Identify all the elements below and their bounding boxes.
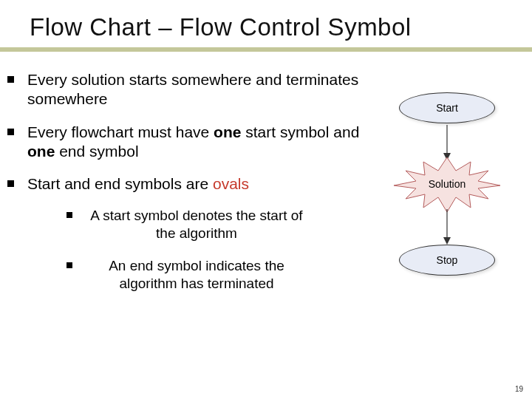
start-oval: Start [399, 92, 495, 123]
bullet-square-icon [66, 262, 72, 268]
flowchart-diagram: Start Solution Stop [392, 92, 502, 276]
sub-bullet-1: A start symbol denotes the start of the … [66, 207, 381, 242]
bullet-square-icon [7, 76, 14, 83]
bullet-2-mid: start symbol and [241, 123, 359, 140]
bullet-square-icon [7, 180, 14, 187]
solution-label: Solution [429, 178, 466, 190]
page-number: 19 [515, 385, 523, 393]
sub-bullet-list: A start symbol denotes the start of the … [66, 207, 381, 292]
solution-burst: Solution [395, 160, 499, 208]
arrow-down-icon [437, 208, 457, 245]
stop-oval: Stop [399, 245, 495, 276]
bullet-2-pre: Every flowchart must have [27, 123, 214, 140]
sub-bullet-1-text: A start symbol denotes the start of the … [86, 207, 307, 242]
stop-label: Stop [437, 254, 458, 266]
bullet-square-icon [7, 129, 14, 135]
bullet-3-red: ovals [213, 175, 249, 192]
bullet-3: Start and end symbols are ovals [7, 174, 381, 194]
slide-title: Flow Chart – Flow Control Symbol [0, 0, 532, 41]
bullet-2-bold1: one [214, 123, 241, 140]
svg-marker-4 [443, 237, 451, 245]
bullet-2-post: end symbol [59, 143, 138, 160]
start-label: Start [436, 102, 458, 114]
bullet-3-text: Start and end symbols are ovals [27, 174, 249, 194]
bullet-3-pre: Start and end symbols are [27, 175, 213, 192]
bullet-2-bold2: one [27, 143, 59, 160]
bullet-1: Every solution starts somewhere and term… [7, 70, 381, 109]
bullet-1-text: Every solution starts somewhere and term… [27, 70, 381, 109]
title-underline [0, 47, 532, 52]
bullet-2-text: Every flowchart must have one start symb… [27, 123, 381, 162]
sub-bullet-2-text: An end symbol indicates the algorithm ha… [86, 257, 307, 293]
bullet-square-icon [66, 212, 72, 218]
content-area: Every solution starts somewhere and term… [7, 70, 381, 307]
sub-bullet-2: An end symbol indicates the algorithm ha… [66, 257, 381, 293]
bullet-2: Every flowchart must have one start symb… [7, 123, 381, 162]
